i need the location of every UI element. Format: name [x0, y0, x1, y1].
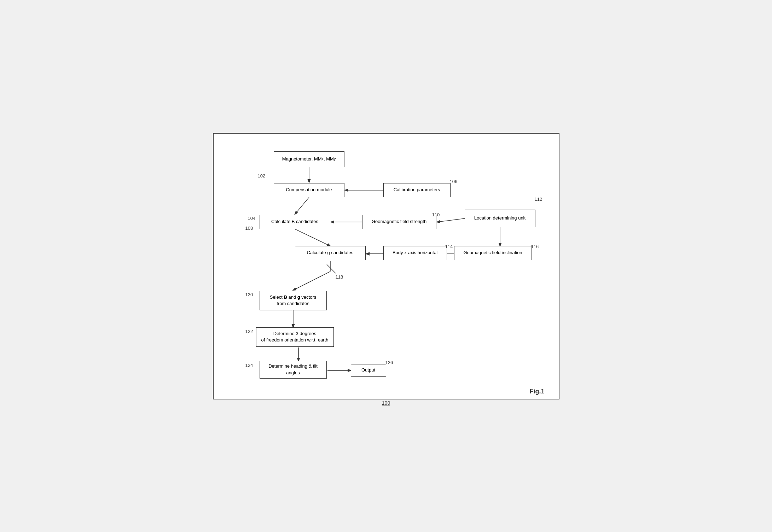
determine-heading-box: Determine heading & tiltangles — [260, 361, 327, 379]
fig-label: Fig.1 — [529, 388, 544, 395]
calc-b-box: Calculate B candidates — [260, 215, 330, 229]
body-x-box: Body x-axis horizontal — [383, 246, 447, 260]
ref-106: 106 — [450, 179, 458, 184]
output-box: Output — [351, 364, 386, 377]
ref-118: 118 — [336, 274, 343, 280]
determine-3dof-box: Determine 3 degreesof freedom orientatio… — [256, 327, 334, 347]
ref-122: 122 — [245, 329, 253, 334]
geo-strength-box: Geomagnetic field strength — [362, 215, 436, 229]
compensation-box: Compensation module — [274, 183, 344, 197]
ref-102: 102 — [258, 173, 266, 179]
calc-g-box: Calculate g candidates — [295, 246, 366, 260]
location-unit-box: Location determining unit — [465, 210, 535, 227]
magnetometer-box: Magnetometer, MMx, MMy — [274, 151, 344, 167]
page-container: Magnetometer, MMx, MMy Compensation modu… — [213, 133, 559, 399]
ref-108: 108 — [245, 226, 253, 231]
ref-126: 126 — [385, 360, 393, 365]
ref-116: 116 — [531, 244, 539, 249]
svg-line-14 — [327, 264, 336, 273]
diagram-area: Magnetometer, MMx, MMy Compensation modu… — [224, 144, 548, 378]
ref-120: 120 — [245, 292, 253, 297]
select-bg-box: Select B and g vectorsfrom candidates — [260, 291, 327, 310]
calibration-box: Calibration parameters — [383, 183, 451, 197]
geo-inclination-box: Geomagnetic field inclination — [454, 246, 532, 260]
diagram-number: 100 — [382, 400, 390, 406]
ref-110: 110 — [432, 212, 440, 217]
ref-124: 124 — [245, 363, 253, 368]
ref-104: 104 — [248, 216, 256, 221]
ref-114: 114 — [445, 244, 453, 249]
svg-line-1 — [295, 197, 309, 214]
svg-line-6 — [295, 229, 330, 246]
ref-112: 112 — [535, 197, 542, 202]
svg-line-10 — [293, 271, 330, 290]
svg-line-4 — [437, 218, 465, 222]
